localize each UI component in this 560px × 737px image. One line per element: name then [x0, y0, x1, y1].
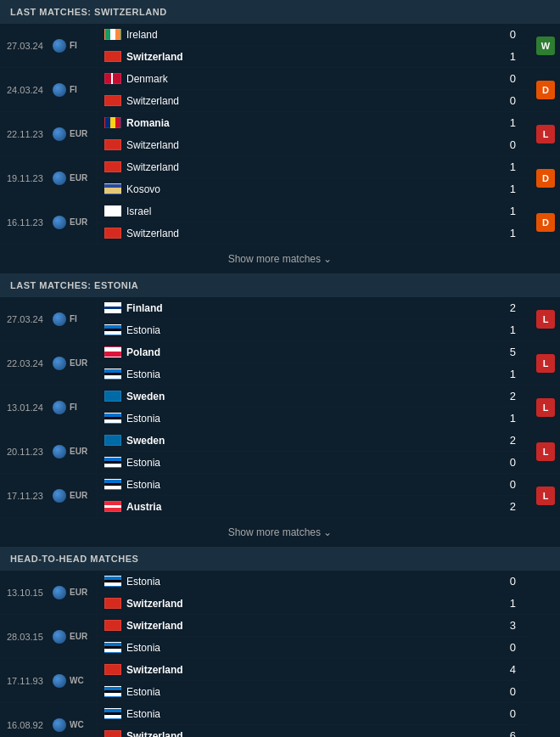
- match-result-area: [529, 659, 560, 702]
- team-row: Switzerland4: [98, 659, 529, 681]
- section-header-estonia: LAST MATCHES: ESTONIA: [0, 273, 560, 297]
- team-name: Estonia: [126, 457, 501, 469]
- flag-estonia-icon: [104, 642, 121, 653]
- team-score: 0: [506, 707, 523, 720]
- match-teams: Israel1Switzerland1: [98, 200, 529, 244]
- competition-globe-icon: [53, 216, 66, 229]
- flag-estonia-icon: [104, 708, 121, 719]
- match-meta: 13.01.24FI: [0, 385, 98, 429]
- match-meta: 22.03.24EUR: [0, 341, 98, 385]
- match-date: 22.11.23: [7, 129, 49, 139]
- competition-label: WC: [70, 720, 84, 729]
- match-teams: Finland2Estonia1: [98, 297, 529, 340]
- team-score: 0: [506, 641, 523, 654]
- match-teams: Estonia0Austria2: [98, 474, 529, 517]
- team-row: Estonia0: [98, 681, 529, 702]
- team-name: Estonia: [126, 576, 501, 588]
- match-meta: 13.10.15EUR: [0, 571, 98, 614]
- match-result-area: L: [529, 297, 560, 340]
- team-score: 0: [506, 478, 523, 491]
- match-date: 27.03.24: [7, 314, 49, 324]
- competition-globe-icon: [53, 172, 66, 185]
- competition-label: FI: [70, 85, 77, 94]
- team-score: 5: [506, 346, 523, 358]
- team-score: 6: [506, 729, 523, 737]
- show-more-button[interactable]: Show more matches ⌄: [0, 245, 560, 273]
- team-name: Estonia: [126, 479, 501, 491]
- flag-sweden-icon: [104, 391, 121, 402]
- match-teams: Sweden2Estonia0: [98, 430, 529, 473]
- team-score: 1: [506, 323, 523, 336]
- team-score: 1: [506, 412, 523, 425]
- team-row: Switzerland1: [98, 222, 529, 244]
- table-row: 27.03.24FIIreland0Switzerland1W: [0, 24, 560, 68]
- match-meta: 22.11.23EUR: [0, 112, 98, 155]
- flag-switzerland-icon: [104, 161, 121, 172]
- table-row: 28.03.15EURSwitzerland3Estonia0: [0, 615, 560, 659]
- team-name: Estonia: [126, 642, 501, 654]
- team-name: Switzerland: [126, 139, 501, 151]
- result-badge: D: [536, 81, 555, 99]
- chevron-down-icon: ⌄: [323, 526, 332, 538]
- competition-globe-icon: [53, 312, 66, 326]
- match-result-area: [529, 571, 560, 614]
- flag-switzerland-icon: [104, 139, 121, 150]
- team-row: Austria2: [98, 496, 529, 517]
- table-row: 17.11.93WCSwitzerland4Estonia0: [0, 659, 560, 703]
- result-badge: D: [536, 213, 555, 232]
- flag-estonia-icon: [104, 576, 121, 587]
- team-row: Switzerland1: [98, 156, 529, 178]
- match-teams: Denmark0Switzerland0: [98, 68, 529, 111]
- flag-kosovo-icon: [104, 183, 121, 194]
- result-badge: [536, 716, 555, 734]
- team-name: Estonia: [126, 368, 501, 380]
- competition-globe-icon: [53, 586, 66, 599]
- competition-globe-icon: [53, 445, 66, 459]
- team-name: Switzerland: [126, 228, 501, 239]
- match-date: 20.11.23: [7, 447, 49, 457]
- table-row: 19.11.23EURSwitzerland1Kosovo1D: [0, 156, 560, 200]
- team-row: Estonia1: [98, 363, 529, 385]
- flag-switzerland-icon: [104, 228, 121, 239]
- competition-globe-icon: [53, 630, 66, 644]
- flag-estonia-icon: [104, 686, 121, 697]
- team-score: 2: [506, 434, 523, 447]
- competition-globe-icon: [53, 401, 66, 414]
- match-result-area: D: [529, 68, 560, 111]
- flag-ireland-icon: [104, 29, 121, 40]
- competition-label: EUR: [70, 358, 87, 368]
- team-name: Switzerland: [126, 598, 501, 610]
- flag-switzerland-icon: [104, 730, 121, 737]
- result-badge: L: [536, 487, 555, 505]
- match-meta: 20.11.23EUR: [0, 430, 98, 473]
- match-teams: Switzerland1Kosovo1: [98, 156, 529, 200]
- match-teams: Romania1Switzerland0: [98, 112, 529, 155]
- team-name: Estonia: [126, 324, 501, 336]
- match-result-area: L: [529, 430, 560, 473]
- result-badge: [536, 627, 555, 646]
- match-result-area: D: [529, 156, 560, 200]
- team-score: 2: [506, 390, 523, 402]
- flag-switzerland-icon: [104, 598, 121, 609]
- team-row: Switzerland1: [98, 593, 529, 614]
- team-score: 1: [506, 597, 523, 610]
- team-score: 2: [506, 500, 523, 513]
- competition-label: EUR: [70, 447, 87, 456]
- flag-austria-icon: [104, 501, 121, 512]
- match-meta: 27.03.24FI: [0, 24, 98, 67]
- show-more-button[interactable]: Show more matches ⌄: [0, 518, 560, 547]
- team-row: Estonia0: [98, 474, 529, 496]
- team-row: Estonia0: [98, 452, 529, 473]
- competition-label: EUR: [70, 632, 87, 641]
- team-row: Estonia1: [98, 408, 529, 429]
- team-score: 1: [506, 116, 523, 129]
- team-row: Ireland0: [98, 24, 529, 46]
- section-header-switzerland: LAST MATCHES: SWITZERLAND: [0, 0, 560, 24]
- match-teams: Ireland0Switzerland1: [98, 24, 529, 67]
- match-meta: 27.03.24FI: [0, 297, 98, 340]
- match-date: 27.03.24: [7, 41, 49, 51]
- flag-switzerland-icon: [104, 51, 121, 62]
- team-row: Denmark0: [98, 68, 529, 90]
- team-name: Denmark: [126, 73, 501, 85]
- flag-switzerland-icon: [104, 664, 121, 675]
